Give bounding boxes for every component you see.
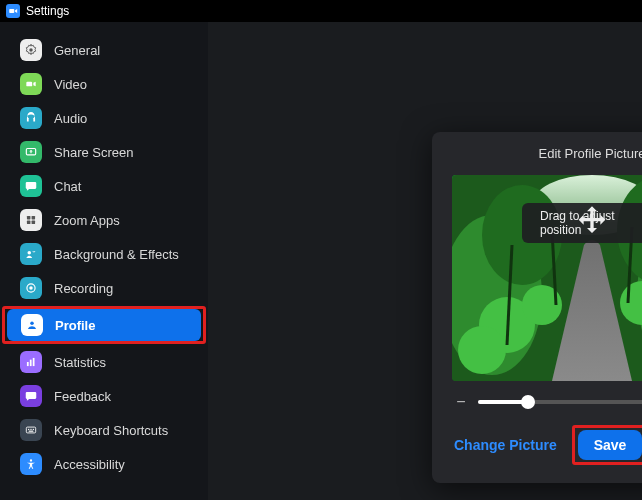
sidebar-item-keyboard-shortcuts[interactable]: Keyboard Shortcuts	[6, 414, 202, 446]
background-icon	[20, 243, 42, 265]
zoom-slider-row: − +	[454, 393, 642, 411]
sidebar-item-label: General	[54, 43, 100, 58]
change-picture-button[interactable]: Change Picture	[452, 431, 559, 459]
settings-sidebar: General Video Audio Share Screen	[0, 22, 208, 500]
svg-point-22	[30, 459, 32, 461]
sidebar-item-label: Feedback	[54, 389, 111, 404]
keyboard-icon	[20, 419, 42, 441]
sidebar-item-label: Share Screen	[54, 145, 134, 160]
gear-icon	[20, 39, 42, 61]
highlight-profile: Profile	[2, 306, 206, 344]
edit-profile-picture-modal: Edit Profile Picture	[432, 132, 642, 483]
svg-rect-13	[30, 360, 32, 366]
sidebar-item-label: Chat	[54, 179, 81, 194]
sidebar-item-share-screen[interactable]: Share Screen	[6, 136, 202, 168]
sidebar-item-label: Recording	[54, 281, 113, 296]
profile-icon	[21, 314, 43, 336]
sidebar-item-accessibility[interactable]: Accessibility	[6, 448, 202, 480]
sidebar-item-feedback[interactable]: Feedback	[6, 380, 202, 412]
sidebar-item-chat[interactable]: Chat	[6, 170, 202, 202]
chat-icon	[20, 175, 42, 197]
sidebar-item-audio[interactable]: Audio	[6, 102, 202, 134]
sidebar-item-statistics[interactable]: Statistics	[6, 346, 202, 378]
highlight-save: Save	[572, 425, 642, 465]
svg-rect-12	[27, 362, 29, 366]
recording-icon	[20, 277, 42, 299]
sidebar-item-label: Background & Effects	[54, 247, 179, 262]
svg-rect-7	[32, 221, 35, 225]
svg-rect-14	[33, 358, 35, 366]
svg-rect-0	[9, 9, 14, 13]
svg-point-15	[29, 395, 30, 396]
modal-title: Edit Profile Picture	[452, 146, 642, 161]
zoom-slider[interactable]	[478, 400, 642, 404]
svg-point-8	[28, 251, 32, 255]
picture-crop-area[interactable]: Drag to adjust position	[452, 175, 642, 381]
svg-point-1	[29, 48, 33, 52]
sidebar-item-label: Audio	[54, 111, 87, 126]
window-title: Settings	[26, 4, 69, 18]
video-icon	[20, 73, 42, 95]
svg-rect-20	[33, 429, 34, 430]
svg-point-10	[29, 286, 33, 290]
sidebar-item-zoom-apps[interactable]: Zoom Apps	[6, 204, 202, 236]
profile-panel: Argentina ion tures Edit Profile Picture	[208, 22, 642, 500]
svg-rect-4	[27, 216, 31, 220]
sidebar-item-recording[interactable]: Recording	[6, 272, 202, 304]
titlebar: Settings	[0, 0, 642, 22]
feedback-icon	[20, 385, 42, 407]
sidebar-item-general[interactable]: General	[6, 34, 202, 66]
drag-hint: Drag to adjust position	[522, 203, 642, 243]
app-logo-icon	[6, 4, 20, 18]
apps-icon	[20, 209, 42, 231]
svg-rect-2	[26, 82, 32, 87]
zoom-slider-thumb[interactable]	[521, 395, 535, 409]
sidebar-item-label: Profile	[55, 318, 95, 333]
headphones-icon	[20, 107, 42, 129]
statistics-icon	[20, 351, 42, 373]
sidebar-item-label: Accessibility	[54, 457, 125, 472]
sidebar-item-background-effects[interactable]: Background & Effects	[6, 238, 202, 270]
svg-rect-18	[28, 429, 29, 430]
svg-rect-6	[27, 221, 31, 225]
svg-point-30	[458, 326, 506, 374]
sidebar-item-profile[interactable]: Profile	[7, 309, 201, 341]
accessibility-icon	[20, 453, 42, 475]
modal-actions: Change Picture Save Cancel	[452, 425, 642, 465]
zoom-out-icon[interactable]: −	[454, 393, 468, 411]
sidebar-item-label: Statistics	[54, 355, 106, 370]
share-screen-icon	[20, 141, 42, 163]
sidebar-item-label: Zoom Apps	[54, 213, 120, 228]
svg-point-11	[30, 322, 34, 326]
sidebar-item-label: Video	[54, 77, 87, 92]
svg-rect-21	[29, 431, 34, 432]
sidebar-item-video[interactable]: Video	[6, 68, 202, 100]
svg-rect-5	[32, 216, 35, 220]
save-button[interactable]: Save	[578, 430, 642, 460]
svg-rect-19	[30, 429, 31, 430]
svg-point-16	[32, 395, 33, 396]
sidebar-item-label: Keyboard Shortcuts	[54, 423, 168, 438]
